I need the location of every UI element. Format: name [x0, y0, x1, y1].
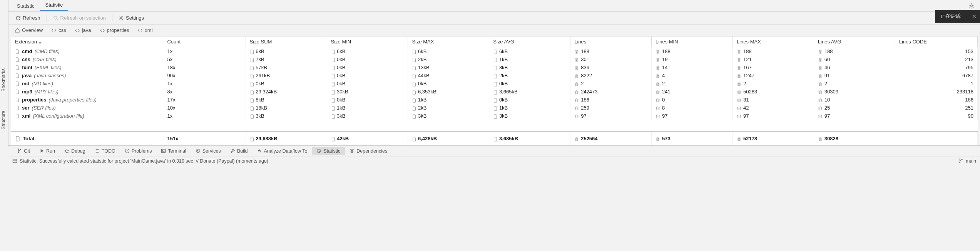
file-icon	[331, 106, 336, 111]
btn-label: Build	[237, 148, 248, 154]
svg-rect-14	[13, 159, 17, 162]
cell-lines-max: 42	[732, 104, 814, 112]
total-lines-code	[895, 131, 977, 145]
cell-lines: 259	[570, 104, 652, 112]
sidebar-tab-structure[interactable]: Structure	[0, 108, 7, 133]
ext-name: fxml	[22, 65, 32, 70]
table-row[interactable]: fxml (FXML files)18x 57kB 0kB 13kB 3kB83…	[11, 63, 978, 71]
column-header-extension[interactable]: Extension▲	[11, 37, 163, 47]
tool-todo[interactable]: TODO	[90, 147, 120, 155]
tool-terminal[interactable]: Terminal	[156, 147, 191, 155]
file-icon	[15, 90, 20, 94]
column-header-lines-code[interactable]: Lines CODE	[895, 37, 977, 47]
table-row[interactable]: css (CSS files)5x 7kB 0kB 2kB 1kB3011912…	[11, 55, 978, 63]
cell-size-avg: 6kB	[489, 47, 570, 56]
breadcrumb-properties[interactable]: properties	[97, 26, 132, 34]
column-header-lines-max[interactable]: Lines MAX	[732, 37, 814, 47]
cell-lines: 8222	[570, 71, 652, 80]
settings-button[interactable]: Settings	[115, 13, 147, 22]
total-lines-avg: 30828	[814, 131, 895, 145]
bug-icon	[64, 148, 69, 153]
column-header-lines-avg[interactable]: Lines AVG	[814, 37, 895, 47]
breadcrumb-xml[interactable]: xml	[135, 26, 155, 34]
file-icon	[412, 74, 416, 78]
file-icon	[15, 65, 20, 70]
refresh-label: Refresh	[23, 15, 40, 21]
git-branch[interactable]: main	[966, 158, 976, 164]
table-row[interactable]: cmd (CMD files)1x 6kB 6kB 6kB 6kB1881881…	[11, 47, 978, 56]
file-icon	[250, 58, 254, 62]
file-icon	[250, 50, 254, 54]
column-header-size-sum[interactable]: Size SUM	[246, 37, 327, 47]
cell-size-sum: 261kB	[246, 71, 327, 80]
cell-lines-avg: 60	[814, 55, 895, 63]
code-icon	[137, 28, 143, 33]
tool-dependencies[interactable]: Dependencies	[345, 147, 392, 155]
file-icon	[331, 74, 336, 78]
settings-label: Settings	[126, 15, 144, 21]
branch-icon	[17, 148, 22, 153]
breadcrumb-overview[interactable]: Overview	[12, 26, 45, 34]
svg-point-6	[65, 150, 68, 153]
table-row[interactable]: xml (XML configuration file)1x 3kB 3kB 3…	[11, 112, 978, 120]
cell-lines-min: 19	[652, 55, 733, 63]
refresh-button[interactable]: Refresh	[12, 13, 43, 22]
table-row[interactable]: mp3 (MP3 files)8x 29,324kB 30kB 6,353kB …	[11, 88, 978, 96]
cell-lines-min: 188	[652, 47, 733, 56]
cell-count: 8x	[163, 88, 246, 96]
table-row[interactable]: java (Java classes)90x 261kB 0kB 44kB 2k…	[11, 71, 978, 80]
header-label: Extension	[15, 39, 37, 45]
window-icon[interactable]	[12, 158, 17, 163]
tool-build[interactable]: Build	[226, 147, 253, 155]
column-header-size-avg[interactable]: Size AVG	[489, 37, 570, 47]
gear-icon[interactable]	[968, 2, 975, 9]
cell-lines-max: 121	[732, 55, 814, 63]
stack-icon	[656, 82, 660, 86]
sidebar-tab-bookmarks[interactable]: Bookmarks	[0, 65, 7, 95]
stack-icon	[574, 106, 579, 111]
cell-lines-min: 0	[652, 96, 733, 104]
close-icon[interactable]	[972, 13, 977, 19]
terminal-icon	[161, 148, 166, 153]
cell-size-min: 0kB	[327, 63, 408, 71]
toolbar: Refresh Refresh on selection Settings	[8, 12, 980, 25]
cell-lines-avg: 46	[814, 63, 895, 71]
main-panel: 正在讲话: Statistic Statistic Refresh Refres…	[8, 0, 980, 165]
cell-lines-min: 241	[652, 88, 733, 96]
cell-extension: mp3 (MP3 files)	[11, 88, 163, 96]
column-header-count[interactable]: Count	[163, 37, 246, 47]
total-size-sum: 29,688kB	[246, 131, 327, 145]
svg-point-3	[18, 148, 19, 150]
file-icon	[15, 114, 20, 118]
tab-statistic-2[interactable]: Statistic	[40, 0, 69, 11]
column-header-size-min[interactable]: Size MIN	[327, 37, 408, 47]
status-message[interactable]: Statistic: Successfully calculated stati…	[20, 158, 268, 164]
breadcrumb-java[interactable]: java	[72, 26, 94, 34]
tool-analyze[interactable]: Analyze Dataflow To	[252, 147, 312, 155]
stack-icon	[737, 82, 741, 86]
cell-lines-code: 233118	[895, 88, 977, 96]
btn-label: Statistic	[323, 148, 340, 154]
cell-size-max: 1kB	[408, 96, 489, 104]
cell-size-max: 44kB	[408, 71, 489, 80]
total-size-max: 6,428kB	[408, 131, 489, 145]
column-header-lines-min[interactable]: Lines MIN	[652, 37, 733, 47]
file-icon	[493, 74, 498, 78]
table-row[interactable]: properties (Java properties files)17x 8k…	[11, 96, 978, 104]
tab-statistic-1[interactable]: Statistic	[12, 1, 40, 11]
tool-problems[interactable]: Problems	[120, 147, 157, 155]
column-header-size-max[interactable]: Size MAX	[408, 37, 489, 47]
table-row[interactable]: ser (SER files)10x 18kB 1kB 2kB 1kB25984…	[11, 104, 978, 112]
table-row[interactable]: md (MD files)1x 0kB 0kB 0kB 0kB22221	[11, 80, 978, 88]
tool-git[interactable]: Git	[12, 147, 35, 155]
tool-statistic[interactable]: Statistic	[312, 147, 345, 155]
total-count: 151x	[163, 131, 246, 145]
stack-icon	[574, 82, 579, 86]
file-icon	[15, 106, 20, 110]
tool-debug[interactable]: Debug	[60, 147, 90, 155]
tool-services[interactable]: Services	[191, 147, 226, 155]
cell-size-sum: 3kB	[246, 112, 327, 120]
breadcrumb-css[interactable]: css	[49, 26, 69, 34]
tool-run[interactable]: Run	[35, 147, 60, 155]
column-header-lines[interactable]: Lines	[570, 37, 652, 47]
